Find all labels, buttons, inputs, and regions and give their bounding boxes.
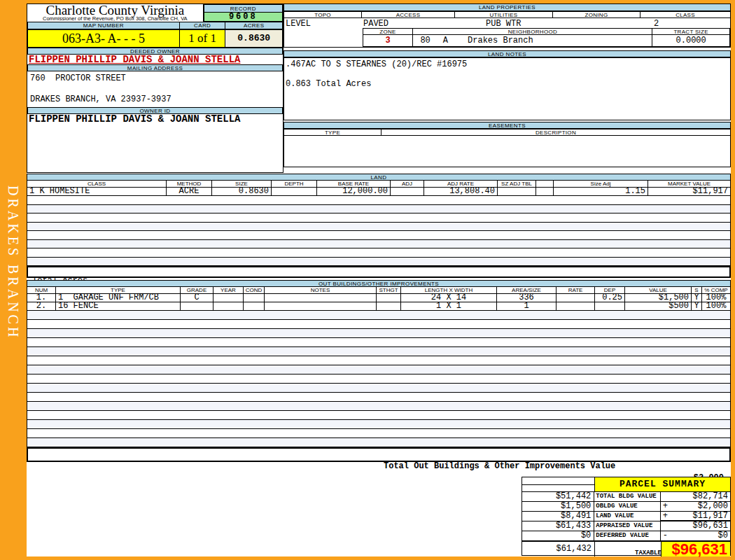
land-depth-value [272,188,317,196]
summary-row: $0 DEFERRED VALUE - $0 [522,531,730,541]
out-pct-comp: 100% [702,302,731,311]
land-title: LAND [27,174,731,181]
land-size-adj-value: 1.15 [554,188,648,196]
out-year [214,294,244,302]
out-rate [556,302,595,311]
land-empty-row [27,248,731,258]
land-note-line1: .467AC TO S STEARNES (20)/REC #16975 [286,59,467,69]
deferred-label: DEFERRED VALUE [594,531,660,540]
out-total-label: Total Out Buildings & Other Improvements… [384,461,615,472]
out-empty-row [27,393,731,402]
prior-obldg: $1,500 [522,502,594,511]
out-col-pct-comp: % COMP [702,287,731,294]
zoning-header: ZONING [553,11,640,18]
topo-header: TOPO [284,11,362,18]
topo-value: LEVEL [286,19,311,29]
land-value-label: LAND VALUE [594,512,660,521]
out-col-s: S [692,287,702,294]
easement-type-header: TYPE [284,129,382,136]
out-col-num: NUM [27,287,56,294]
out-col-dep: DEP [595,287,625,294]
land-empty-row [27,205,731,214]
out-grade: C [181,294,214,302]
out-type: 1 GARAGE UNF FRM/CB [56,294,181,302]
out-value: $1,500 [625,294,692,302]
land-col-size: SIZE [212,181,272,188]
county-vertical-watermark: DRAKES BRANCH [5,186,21,340]
land-class-value: 1 K HOMESITE [27,188,167,196]
land-col-adj-rate: ADJ RATE [424,181,498,188]
out-year [214,302,244,311]
out-empty-row [27,402,731,411]
county-title: Charlotte County Virginia [27,4,203,16]
land-col-adj: ADJ [391,181,424,188]
out-area-size: 1 [497,302,556,311]
total-bldg-op [661,492,673,501]
obldg-label: OBLDG VALUE [594,502,660,511]
land-properties-title: LAND PROPERTIES [284,4,731,11]
out-s: Y [692,294,702,302]
land-adj-rate-value: 13,808.40 [424,188,498,196]
taxable-value: $96,631 [662,542,730,556]
out-rate [556,294,595,302]
out-dep [595,302,625,311]
utilities-value: PUB WTR [486,19,521,29]
land-method-value: ACRE [167,188,212,196]
appraised-label: APPRAISED VALUE [594,522,660,531]
out-col-type: TYPE [56,287,181,294]
out-empty-row [27,438,731,447]
land-adj-value [391,188,424,196]
mailing-address-label: MAILING ADDRESS [27,64,283,71]
land-table: LAND CLASS METHOD SIZE DEPTH BASE RATE A… [27,174,731,278]
neighborhood-label: NEIGHBORHOOD [413,28,652,35]
out-empty-row [27,347,731,356]
record-value: 9608 [204,13,283,22]
land-base-rate-value: 12,000.00 [317,188,391,196]
out-col-length-width: LENGTH X WIDTH [401,287,497,294]
land-empty-row [27,231,731,240]
acres-label: ACRES [225,22,283,29]
tract-size-label: TRACT SIZE [652,28,730,35]
obldg-op: + [661,502,673,511]
land-empty-row [27,240,731,249]
deeded-owner-value: FLIPPEN PHILLIP DAVIS & JOANN STELLA [27,55,283,64]
card-value: 1 of 1 [180,29,226,48]
card-label: CARD [180,22,226,29]
land-col-method: METHOD [167,181,212,188]
land-empty-row [27,214,731,223]
neighborhood-code: 80 [420,36,430,46]
owner-id-value: FLIPPEN PHILLIP DAVIS & JOANN STELLA [27,114,283,124]
easement-description-header: DESCRIPTION [382,129,731,136]
prior-deferred: $0 [522,531,594,540]
out-col-sthgt: STHGT [377,287,401,294]
out-buildings-title: OUT BUILDINGS/OTHER IMPROVEMENTS [27,280,731,287]
class-value: 2 [654,19,659,29]
taxable-value-row: $61,432 TAXABLE VALUE $96,631 [522,541,730,556]
total-bldg-label: TOTAL BLDG VALUE [594,492,660,501]
utilities-header: UTILITIES [455,11,553,18]
land-data-row: 1 K HOMESITE ACRE 0.8630 12,000.00 13,80… [27,188,731,196]
out-type: 16 FENCE [56,302,181,311]
out-empty-row [27,311,731,320]
land-market-value: $11,917 [648,188,731,196]
neighborhood-name: Drakes Branch [468,36,533,46]
out-sthgt [377,302,401,311]
land-notes-box: .467AC TO S STEARNES (20)/REC #16975 0.8… [284,57,731,120]
access-header: ACCESS [362,11,455,18]
out-building-row: 1. 1 GARAGE UNF FRM/CB C 24 X 14 336 0.2… [27,294,731,302]
out-s: Y [692,302,702,311]
land-empty-row [27,223,731,232]
out-empty-row [27,420,731,429]
county-title-box: Charlotte County Virginia Commissioner o… [27,4,204,22]
out-col-area-size: AREA/SIZE [497,287,556,294]
out-num: 1. [27,294,56,302]
deferred-value: $0 [673,531,730,540]
obldg-value: $2,000 [673,502,730,511]
appraised-value: $96,631 [673,520,730,531]
property-record-card: DRAKES BRANCH Charlotte County Virginia … [0,0,735,560]
total-bldg-value: $82,714 [673,492,730,501]
out-empty-row [27,429,731,438]
out-empty-row [27,365,731,374]
class-header: CLASS [640,11,731,18]
land-totals-row: Total Acres 0.8630 Price Per Acre $13,80… [27,266,731,278]
